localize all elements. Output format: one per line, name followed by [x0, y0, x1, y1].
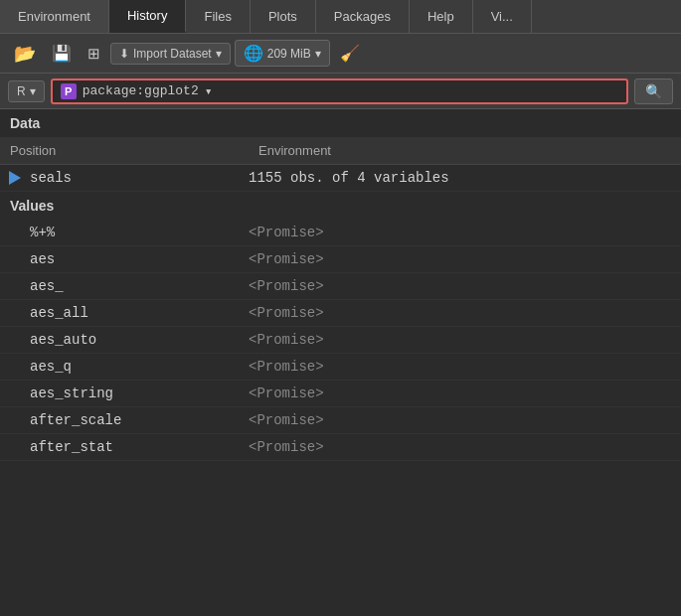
r-arrow-icon: ▾	[30, 84, 36, 98]
data-section-header: Data	[0, 109, 681, 137]
value-val-after-stat: <Promise>	[249, 439, 681, 455]
search-icon: 🔍	[645, 83, 662, 99]
value-val-aes-q: <Promise>	[249, 359, 681, 375]
value-val-aes: <Promise>	[249, 251, 681, 267]
value-val-after-scale: <Promise>	[249, 412, 681, 428]
list-item[interactable]: aes_q <Promise>	[0, 354, 681, 381]
table-row[interactable]: seals 1155 obs. of 4 variables	[0, 165, 681, 192]
col-header-position: Position	[0, 141, 249, 160]
value-val-percent: <Promise>	[249, 225, 681, 240]
package-icon: P	[61, 83, 77, 99]
grid-icon: ⊞	[87, 45, 100, 63]
r-language-dropdown[interactable]: R ▾	[8, 80, 45, 102]
content-area: Data Position Environment seals 1155 obs…	[0, 109, 681, 616]
tab-help[interactable]: Help	[410, 0, 473, 33]
triangle-icon	[9, 171, 21, 185]
tab-viewer[interactable]: Vi...	[473, 0, 532, 33]
list-item[interactable]: aes_all <Promise>	[0, 300, 681, 327]
play-button-icon	[0, 171, 30, 185]
value-name-aes: aes	[0, 251, 249, 267]
tab-environment[interactable]: Environment	[0, 0, 109, 33]
value-name-after-stat: after_stat	[0, 439, 249, 455]
memory-label: 209 MiB	[267, 47, 311, 61]
list-item[interactable]: aes_auto <Promise>	[0, 327, 681, 354]
list-item[interactable]: aes_ <Promise>	[0, 273, 681, 300]
secondary-toolbar: R ▾ P package:ggplot2 ▾ 🔍	[0, 74, 681, 109]
value-val-aes-all: <Promise>	[249, 305, 681, 321]
list-item[interactable]: aes <Promise>	[0, 246, 681, 273]
folder-icon: 📂	[14, 43, 36, 65]
memory-button[interactable]: 🌐 209 MiB ▾	[235, 40, 330, 67]
value-name-percent: %+%	[0, 225, 249, 240]
tab-plots[interactable]: Plots	[251, 0, 316, 33]
globe-icon: 🌐	[244, 44, 263, 63]
memory-arrow-icon: ▾	[315, 47, 321, 61]
import-icon: ⬇	[119, 47, 129, 61]
tab-history[interactable]: History	[109, 0, 186, 33]
col-header-environment: Environment	[249, 141, 681, 160]
broom-icon: 🧹	[340, 44, 360, 63]
tab-files[interactable]: Files	[186, 0, 250, 33]
value-val-aes-auto: <Promise>	[249, 332, 681, 348]
search-button[interactable]: 🔍	[634, 78, 673, 104]
value-name-aes-q: aes_q	[0, 359, 249, 375]
save-icon: 💾	[52, 44, 72, 63]
list-item[interactable]: %+% <Promise>	[0, 220, 681, 246]
save-button[interactable]: 💾	[46, 40, 78, 67]
value-name-after-scale: after_scale	[0, 412, 249, 428]
list-item[interactable]: aes_string <Promise>	[0, 381, 681, 407]
import-dataset-button[interactable]: ⬇ Import Dataset ▾	[110, 43, 231, 65]
nav-tabs: Environment History Files Plots Packages…	[0, 0, 681, 34]
package-arrow-icon: ▾	[205, 83, 213, 99]
values-section-header: Values	[0, 192, 681, 220]
package-dropdown[interactable]: P package:ggplot2 ▾	[51, 78, 628, 104]
value-name-aes-under: aes_	[0, 278, 249, 294]
import-arrow-icon: ▾	[216, 47, 222, 61]
column-headers: Position Environment	[0, 137, 681, 165]
value-name-aes-auto: aes_auto	[0, 332, 249, 348]
row-name-seals: seals	[30, 170, 249, 186]
value-name-aes-string: aes_string	[0, 385, 249, 401]
tab-packages[interactable]: Packages	[316, 0, 410, 33]
value-val-aes-under: <Promise>	[249, 278, 681, 294]
broom-button[interactable]: 🧹	[334, 40, 366, 67]
value-name-aes-all: aes_all	[0, 305, 249, 321]
r-label: R	[17, 84, 26, 98]
import-label: Import Dataset	[133, 47, 212, 61]
row-value-seals: 1155 obs. of 4 variables	[249, 170, 681, 186]
main-toolbar: 📂 💾 ⊞ ⬇ Import Dataset ▾ 🌐 209 MiB ▾ 🧹	[0, 34, 681, 74]
grid-button[interactable]: ⊞	[82, 41, 106, 67]
list-item[interactable]: after_scale <Promise>	[0, 407, 681, 434]
package-name: package:ggplot2	[83, 83, 199, 98]
list-item[interactable]: after_stat <Promise>	[0, 434, 681, 461]
open-folder-button[interactable]: 📂	[8, 39, 42, 69]
value-val-aes-string: <Promise>	[249, 385, 681, 401]
